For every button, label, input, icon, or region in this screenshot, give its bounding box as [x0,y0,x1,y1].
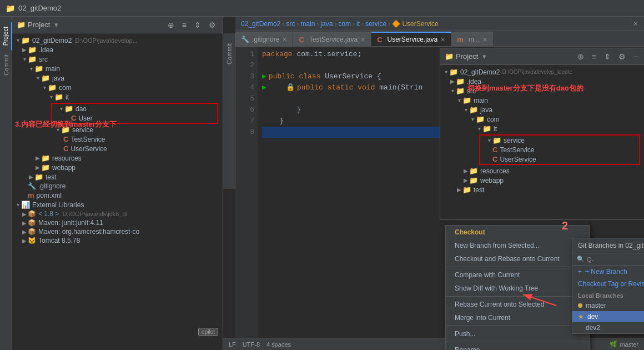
bc-src[interactable]: src [286,20,295,28]
close-tab-testservice[interactable]: ✕ [360,36,365,43]
branch-new[interactable]: + + New Branch [572,266,644,278]
bc-com[interactable]: com [338,20,351,28]
menu-rename[interactable]: Rename... [446,343,589,350]
tree-resources[interactable]: ▶ 📁 resources [12,153,223,163]
close-tab-gitignore[interactable]: ✕ [282,36,287,43]
title-bar: 📁 02_gitDemo2 [0,0,644,17]
close-tab-userservice[interactable]: ✕ [440,36,445,43]
tree-userservice[interactable]: C UserService [12,144,223,153]
bc-main[interactable]: main [300,20,315,28]
overlay-main[interactable]: ▾ 📁 main [440,96,644,105]
close-editor-btn[interactable]: ✕ [633,20,638,28]
branches-search[interactable]: 🔍 Q- [572,253,644,266]
menu-checkout-rebase[interactable]: Checkout and Rebase onto Current [446,252,589,266]
tree-junit[interactable]: ▶ 📦 Maven: junit:junit:4.11 [12,218,223,227]
context-menu[interactable]: Checkout New Branch from Selected... Che… [445,225,590,350]
overlay-webapp[interactable]: ▶ 📁 webapp [440,176,644,185]
tree-test[interactable]: ▶ 📁 test [12,172,223,182]
branch-checkout-tag[interactable]: Checkout Tag or Revision... [572,278,644,290]
overlay-resources[interactable]: ▶ 📁 resources [440,166,644,176]
status-branch: 🌿 master [610,341,638,348]
overlay-minus-icon[interactable]: − [631,51,640,62]
project-tab[interactable]: Project [0,22,12,50]
overlay-sort-icon[interactable]: ≡ [590,51,598,62]
bc-service[interactable]: service [365,20,386,28]
overlay-service[interactable]: ▾ 📁 service [480,136,639,145]
menu-checkout[interactable]: Checkout [446,226,589,239]
menu-show-diff[interactable]: Show Diff with Working Tree [446,282,589,295]
tab-more[interactable]: m m... ✕ [451,32,493,46]
bc-root[interactable]: 02_gitDemo2 [241,20,280,28]
line-numbers: 1 2 3 4 5 6 7 8 [235,47,258,350]
tree-dao[interactable]: ▾ 📁 dao [52,104,217,113]
local-branches-label: Local Branches [572,290,644,300]
menu-compare[interactable]: Compare with Current [446,268,589,282]
left-panel-header: 📁 Project ▾ ⊕ ≡ ⇕ ⚙ [12,17,223,33]
tree-gitignore[interactable]: 🔧 .gitignore [12,182,223,191]
tree-main[interactable]: ▾ 📁 main [12,64,223,73]
menu-merge[interactable]: Merge into Current [446,311,589,324]
tree-hamcrest[interactable]: ▶ 📦 Maven: org.hamcrest:hamcrest-co [12,227,223,236]
folder-icon: 📁 [6,4,15,13]
tree-java[interactable]: ▾ 📁 java [12,73,223,83]
branch-dev[interactable]: ★ dev [572,311,644,322]
tree-extlib[interactable]: ▾ 📊 External Libraries [12,200,223,209]
menu-push[interactable]: Push... [446,327,589,341]
main-layout: Project Commit 📁 Project ▾ ⊕ ≡ ⇕ ⚙ ▾ 📁 0… [0,17,644,350]
run-arrow-4: ▶ [262,83,266,92]
locate-icon[interactable]: ⊕ [165,19,177,31]
branch-dev2[interactable]: dev2 [572,322,644,333]
tree-pom[interactable]: m pom.xml [12,191,223,200]
tree-testservice[interactable]: C TestService [12,134,223,144]
tree-jdk[interactable]: ▶ 📦 < 1.8 > D:\OOP\java\jdk\jdk8_di [12,209,223,218]
commit-side-tab[interactable]: Commit [224,39,235,69]
tree-tomcat[interactable]: ▶ 🐱 Tomcat 8.5.78 [12,236,223,245]
status-spaces: 4 spaces [266,341,291,348]
overlay-expand-icon[interactable]: ⇕ [602,51,613,62]
overlay-com[interactable]: ▾ 📁 com [440,114,644,124]
expand-icon[interactable]: ⇕ [192,19,203,31]
tree-root[interactable]: ▾ 📁 02_gitDemo2 D:\OOP\java\develop... [12,36,223,45]
search-placeholder: Q- [587,256,593,263]
tree-service[interactable]: ▾ 📁 service [12,125,223,134]
close-tab-more[interactable]: ✕ [482,36,487,43]
project-tree: ▾ 📁 02_gitDemo2 D:\OOP\java\develop... ▶… [12,33,223,350]
overlay-testservice[interactable]: C TestService [480,145,639,154]
left-panel: 📁 Project ▾ ⊕ ≡ ⇕ ⚙ ▾ 📁 02_gitDemo2 D:\O… [12,17,223,350]
overlay-idea[interactable]: ▶ 📁 .idea [440,77,644,86]
tab-testservice[interactable]: C TestService.java ✕ [293,32,371,46]
bc-it[interactable]: it [356,20,360,28]
menu-rebase[interactable]: Rebase Current onto Selected [446,298,589,311]
search-icon: 🔍 [577,256,585,263]
tree-user[interactable]: C User [52,113,217,123]
bc-userservice[interactable]: 🔶 UserService [392,20,439,28]
settings-icon[interactable]: ⚙ [207,19,218,31]
branch-master[interactable]: master [572,300,644,311]
tree-com[interactable]: ▾ 📁 com [12,83,223,92]
tab-gitignore[interactable]: 🔧 .gitignore ✕ [235,32,293,46]
bc-java[interactable]: java [320,20,333,28]
tree-src[interactable]: ▾ 📁 src [12,54,223,64]
overlay-test[interactable]: ▶ 📁 test [440,185,644,194]
overlay-src[interactable]: ▾ 📁 src [440,86,644,96]
tree-webapp[interactable]: ▶ 📁 webapp [12,163,223,172]
tree-it[interactable]: ▾ 📁 it [12,92,223,102]
overlay-root[interactable]: ▾ 📁 02_gitDemo2 D:\OOP\java\develop_idea… [440,67,644,77]
tree-idea[interactable]: ▶ 📁 .idea [12,45,223,54]
left-tabs: Project Commit [0,17,12,350]
overlay-it[interactable]: ▾ 📁 it [440,124,644,133]
overlay-settings-icon[interactable]: ⚙ [616,51,628,62]
commit-tab[interactable]: Commit [1,50,12,80]
overlay-userservice[interactable]: C UserService [480,154,639,164]
status-lf: LF [229,341,236,348]
overlay-java[interactable]: ▾ 📁 java [440,105,644,114]
breadcrumb-bar: 02_gitDemo2 › src › main › java › com › … [235,17,644,31]
branches-panel[interactable]: Git Branches in 02_gitDemo2 🔍 Q- + + New… [572,238,644,334]
tab-userservice[interactable]: C UserService.java ✕ [371,32,451,46]
sort-icon[interactable]: ≡ [180,19,189,31]
status-encoding: UTF-8 [243,341,260,348]
overlay-locate-icon[interactable]: ⊕ [575,51,586,62]
menu-new-branch[interactable]: New Branch from Selected... [446,239,589,252]
overlay-panel-header: 📁 Project ▾ ⊕ ≡ ⇕ ⚙ − [440,48,644,65]
run-arrow-3: ▶ [262,72,266,81]
